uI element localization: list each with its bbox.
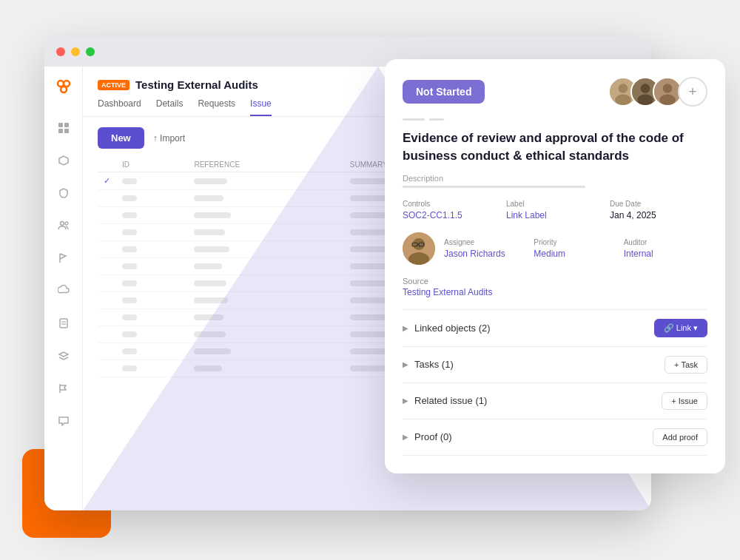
tab-dashboard[interactable]: Dashboard <box>98 98 141 116</box>
link-button[interactable]: 🔗 Link ▾ <box>654 319 707 337</box>
svg-point-7 <box>60 222 64 226</box>
svg-point-18 <box>637 95 653 105</box>
tab-details[interactable]: Details <box>156 98 184 116</box>
accordion-tasks[interactable]: ▶ Tasks (1) + Task <box>403 347 707 383</box>
accordion-linked-objects[interactable]: ▶ Linked objects (2) 🔗 Link ▾ <box>403 310 707 347</box>
proof-label: Proof (0) <box>414 431 452 442</box>
label-label: Label <box>506 200 604 208</box>
meta-assignee: Assignee Jason Richards <box>444 238 528 259</box>
col-id: ID <box>116 158 188 172</box>
nav-icon-box[interactable] <box>55 152 73 169</box>
chevron-proof-icon: ▶ <box>403 433 408 441</box>
nav-icon-layers[interactable] <box>55 347 73 365</box>
accordion-related-issue[interactable]: ▶ Related issue (1) + Issue <box>403 383 707 419</box>
col-reference: REFERENCE <box>188 158 343 172</box>
assignee-info: Assignee Jason Richards Priority Medium … <box>444 238 707 259</box>
meta-label: Label Link Label <box>506 200 604 220</box>
nav-icon-cloud[interactable] <box>55 282 73 300</box>
accordion-list: ▶ Linked objects (2) 🔗 Link ▾ ▶ Tasks (1… <box>403 309 707 456</box>
proof-button[interactable]: Add proof <box>653 428 707 446</box>
svg-point-2 <box>61 87 67 92</box>
traffic-light-close[interactable] <box>56 47 65 56</box>
nav-icon-grid[interactable] <box>55 119 73 137</box>
svg-point-17 <box>641 84 650 93</box>
assignee-value[interactable]: Jason Richards <box>444 249 528 259</box>
meta-priority: Priority Medium <box>534 238 617 259</box>
nav-icon-chat[interactable] <box>55 412 73 430</box>
description-label: Description <box>403 174 707 183</box>
tasks-label: Tasks (1) <box>414 359 454 370</box>
col-check <box>98 158 116 172</box>
app-title: Testing External Audits <box>135 78 258 91</box>
assignee-row: Assignee Jason Richards Priority Medium … <box>403 232 707 265</box>
nav-icon-users[interactable] <box>55 217 73 235</box>
svg-point-21 <box>659 95 676 105</box>
related-issue-label: Related issue (1) <box>414 395 487 406</box>
chevron-tasks-icon: ▶ <box>403 360 408 368</box>
linked-objects-label: Linked objects (2) <box>414 323 491 334</box>
svg-point-15 <box>615 95 631 105</box>
label-value[interactable]: Link Label <box>506 210 604 220</box>
controls-value[interactable]: SOC2-CC1.1.5 <box>403 210 500 220</box>
auditor-value[interactable]: Internal <box>624 249 707 259</box>
tab-issue[interactable]: Issue <box>250 98 272 116</box>
priority-value[interactable]: Medium <box>534 249 617 259</box>
meta-controls: Controls SOC2-CC1.1.5 <box>403 200 500 220</box>
svg-rect-9 <box>60 319 67 328</box>
panel-header: Not Started <box>403 77 707 107</box>
due-date-label: Due Date <box>610 200 707 208</box>
source-link[interactable]: Testing External Audits <box>403 287 707 297</box>
row-check: ✓ <box>98 172 116 190</box>
svg-point-20 <box>663 84 673 93</box>
task-button[interactable]: + Task <box>665 356 707 374</box>
traffic-light-minimize[interactable] <box>71 47 80 56</box>
accordion-tasks-left: ▶ Tasks (1) <box>403 359 454 370</box>
description-bar <box>403 186 585 188</box>
traffic-light-maximize[interactable] <box>86 47 95 56</box>
accordion-proof[interactable]: ▶ Proof (0) Add proof <box>403 419 707 456</box>
accordion-left: ▶ Linked objects (2) <box>403 323 491 334</box>
active-badge: ACTIVE <box>98 80 130 90</box>
priority-label: Priority <box>534 238 617 246</box>
metadata-grid: Controls SOC2-CC1.1.5 Label Link Label D… <box>403 200 707 220</box>
source-label: Source <box>403 277 707 286</box>
avatar-add-button[interactable]: + <box>678 77 707 107</box>
svg-rect-5 <box>58 129 63 133</box>
breadcrumb-lines <box>403 118 707 121</box>
svg-rect-3 <box>58 123 63 127</box>
due-date-value[interactable]: Jan 4, 2025 <box>610 210 707 220</box>
status-badge[interactable]: Not Started <box>403 80 485 104</box>
tab-requests[interactable]: Requests <box>198 98 235 116</box>
chevron-icon: ▶ <box>403 324 408 332</box>
detail-panel: Not Started <box>385 59 725 473</box>
app-logo <box>56 78 72 98</box>
svg-point-8 <box>65 222 68 225</box>
nav-icon-doc[interactable] <box>55 314 73 332</box>
issue-button[interactable]: + Issue <box>662 392 707 410</box>
accordion-proof-left: ▶ Proof (0) <box>403 431 452 442</box>
meta-due-date: Due Date Jan 4, 2025 <box>610 200 707 220</box>
chevron-issue-icon: ▶ <box>403 397 408 405</box>
avatar-group: + <box>608 77 707 107</box>
panel-title: Evidence of review and approval of the c… <box>403 129 707 165</box>
svg-point-14 <box>619 84 628 93</box>
assignee-avatar <box>403 232 435 265</box>
nav-icon-flag2[interactable] <box>55 379 73 397</box>
svg-point-1 <box>64 81 70 87</box>
accordion-issue-left: ▶ Related issue (1) <box>403 395 487 406</box>
import-button[interactable]: ↑ Import <box>153 133 185 144</box>
new-button[interactable]: New <box>98 127 144 149</box>
controls-label: Controls <box>403 200 500 208</box>
nav-icon-shield[interactable] <box>55 184 73 202</box>
nav-icon-flag[interactable] <box>55 249 73 267</box>
source-section: Source Testing External Audits <box>403 277 707 297</box>
assignee-label: Assignee <box>444 238 528 246</box>
sidebar-nav <box>44 67 83 510</box>
svg-rect-4 <box>64 123 69 127</box>
auditor-label: Auditor <box>624 238 707 246</box>
meta-auditor: Auditor Internal <box>624 238 707 259</box>
svg-rect-6 <box>64 129 69 133</box>
